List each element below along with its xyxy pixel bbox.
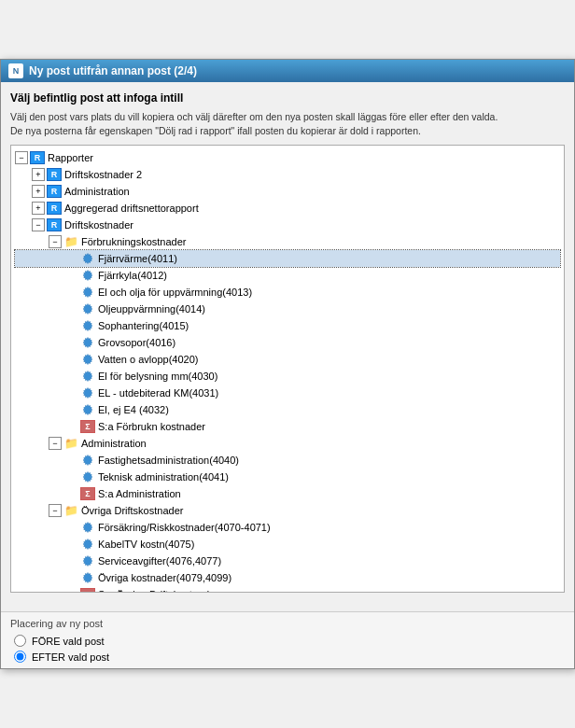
window-title: Ny post utifrån annan post (2/4) — [29, 64, 197, 77]
tree-node[interactable]: Övriga kostnader(4079,4099) — [15, 569, 560, 586]
report-icon: R — [47, 218, 62, 231]
description: Välj den post vars plats du vill kopiera… — [10, 110, 565, 137]
sum-icon: Σ — [80, 420, 95, 433]
tree-node[interactable]: Sophantering(4015) — [15, 317, 560, 334]
tree-node[interactable]: Fjärrkyla(4012) — [15, 267, 560, 284]
radio-fore-label: FÖRE vald post — [32, 636, 105, 647]
tree-node-label: S:a Övriga Driftskostnader — [98, 587, 218, 593]
folder-icon: 📁 — [63, 235, 78, 248]
tree-node-label: Fjärrvärme(4011) — [98, 251, 177, 266]
gear-icon — [80, 538, 95, 551]
tree-container[interactable]: −RRapporter+RDriftskostnader 2+RAdminist… — [10, 145, 565, 593]
tree-node-label: Fastighetsadministration(4040) — [98, 453, 239, 468]
expand-placeholder — [65, 470, 78, 483]
expand-placeholder — [65, 370, 78, 383]
report-icon: R — [47, 168, 62, 181]
expand-placeholder — [65, 336, 78, 349]
tree-node[interactable]: ΣS:a Förbrukn kostnader — [15, 418, 560, 435]
expand-placeholder — [65, 269, 78, 282]
tree-node[interactable]: +RDriftskostnader 2 — [15, 166, 560, 183]
tree-node[interactable]: Fastighetsadministration(4040) — [15, 452, 560, 469]
gear-icon — [80, 571, 95, 584]
tree-node[interactable]: −📁Förbrukningskostnader — [15, 233, 560, 250]
tree-node-label: Övriga Driftskostnader — [81, 503, 183, 518]
expand-placeholder — [65, 454, 78, 467]
expand-button[interactable]: − — [49, 504, 62, 517]
tree-node-label: Försäkring/Riskkostnader(4070-4071) — [98, 520, 271, 535]
tree-node[interactable]: El och olja för uppvärmning(4013) — [15, 284, 560, 301]
tree-node[interactable]: El för belysning mm(4030) — [15, 368, 560, 385]
radio-efter-label: EFTER vald post — [32, 651, 109, 663]
gear-icon — [80, 319, 95, 332]
tree-node-label: Teknisk administration(4041) — [98, 469, 229, 484]
expand-placeholder — [65, 571, 78, 584]
tree-node[interactable]: +RAdministration — [15, 183, 560, 200]
expand-placeholder — [65, 538, 78, 551]
expand-placeholder — [65, 588, 78, 593]
placement-title: Placering av ny post — [10, 618, 565, 629]
gear-icon — [80, 454, 95, 467]
gear-icon — [80, 336, 95, 349]
tree-node[interactable]: ΣS:a Administration — [15, 485, 560, 502]
tree-node-label: El, ej E4 (4032) — [98, 402, 169, 417]
tree-node[interactable]: EL - utdebiterad KM(4031) — [15, 385, 560, 401]
section-title: Välj befintlig post att infoga intill — [10, 91, 565, 105]
tree-node-label: Oljeuppvärmning(4014) — [98, 301, 205, 316]
tree-node-label: Serviceavgifter(4076,4077) — [98, 553, 221, 568]
tree-node[interactable]: ΣS:a Övriga Driftskostnader — [15, 586, 560, 593]
tree-node-label: Driftskostnader — [64, 217, 133, 232]
expand-button[interactable]: − — [49, 437, 62, 450]
tree-node-label: EL - utdebiterad KM(4031) — [98, 385, 218, 400]
expand-placeholder — [65, 554, 78, 567]
tree-node[interactable]: Försäkring/Riskkostnader(4070-4071) — [15, 519, 560, 536]
tree-node[interactable]: −RRapporter — [15, 149, 560, 166]
title-bar: N Ny post utifrån annan post (2/4) — [1, 60, 574, 82]
tree-node[interactable]: Serviceavgifter(4076,4077) — [15, 553, 560, 569]
expand-button[interactable]: + — [32, 185, 45, 198]
gear-icon — [80, 269, 95, 282]
radio-fore[interactable]: FÖRE vald post — [14, 635, 565, 647]
tree-node[interactable]: Vatten o avlopp(4020) — [15, 351, 560, 368]
tree-node-label: Administration — [81, 436, 147, 451]
expand-button[interactable]: + — [32, 168, 45, 181]
gear-icon — [80, 370, 95, 383]
tree-node[interactable]: Grovsopor(4016) — [15, 334, 560, 351]
description-line2: De nya posterna får egenskapen "Dölj rad… — [10, 125, 421, 136]
title-icon: N — [8, 63, 23, 78]
tree-node-label: Administration — [64, 184, 130, 199]
expand-placeholder — [65, 252, 78, 265]
sum-icon: Σ — [80, 588, 95, 593]
radio-efter-input[interactable] — [14, 651, 26, 663]
expand-button[interactable]: + — [32, 202, 45, 215]
tree-node[interactable]: −📁Övriga Driftskostnader — [15, 502, 560, 519]
gear-icon — [80, 286, 95, 299]
expand-placeholder — [65, 386, 78, 399]
expand-button[interactable]: − — [32, 218, 45, 231]
placement-section: Placering av ny post FÖRE vald post EFTE… — [1, 611, 574, 668]
tree-node-label: El och olja för uppvärmning(4013) — [98, 285, 252, 300]
expand-button[interactable]: − — [49, 235, 62, 248]
radio-efter[interactable]: EFTER vald post — [14, 651, 565, 663]
tree-node-label: El för belysning mm(4030) — [98, 369, 217, 384]
gear-icon — [80, 353, 95, 366]
tree-node[interactable]: −📁Administration — [15, 435, 560, 452]
expand-placeholder — [65, 403, 78, 416]
tree-node[interactable]: El, ej E4 (4032) — [15, 401, 560, 418]
tree-node[interactable]: Oljeuppvärmning(4014) — [15, 301, 560, 317]
tree-node[interactable]: Teknisk administration(4041) — [15, 469, 560, 485]
tree-node-label: Sophantering(4015) — [98, 318, 189, 333]
report-icon: R — [47, 185, 62, 198]
tree-node[interactable]: Fjärrvärme(4011) — [15, 250, 560, 267]
folder-icon: 📁 — [63, 437, 78, 450]
tree-node-label: Rapporter — [48, 150, 93, 165]
expand-button[interactable]: − — [15, 151, 28, 164]
radio-fore-input[interactable] — [14, 635, 26, 647]
gear-icon — [80, 403, 95, 416]
tree-node-label: Grovsopor(4016) — [98, 335, 175, 350]
tree-node-label: S:a Förbrukn kostnader — [98, 419, 205, 434]
tree-node[interactable]: −RDriftskostnader — [15, 217, 560, 233]
tree-node[interactable]: KabelTV kostn(4075) — [15, 536, 560, 553]
tree-node-label: Vatten o avlopp(4020) — [98, 352, 198, 367]
tree-node[interactable]: +RAggregerad driftsnettorapport — [15, 200, 560, 217]
sum-icon: Σ — [80, 487, 95, 500]
